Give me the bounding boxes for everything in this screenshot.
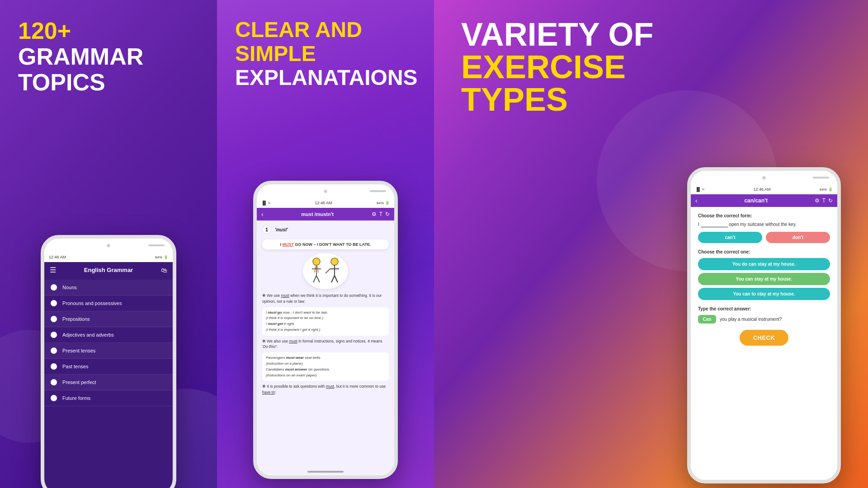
choice-option-b[interactable]: You can stay at my house. — [698, 273, 830, 285]
speech-bubble: I MUST GO NOW – I DON'T WANT TO BE LATE. — [262, 239, 389, 249]
list-dot — [51, 316, 57, 322]
phone1-top — [44, 239, 173, 252]
section-number-badge: 1 — [262, 225, 271, 234]
refresh-icon[interactable]: ↻ — [385, 211, 390, 217]
exercise-text-icon[interactable]: T — [822, 197, 826, 204]
grammar-text-2: ❋ We also use must in formal instruction… — [262, 338, 389, 350]
list-dot — [51, 347, 57, 354]
list-item[interactable]: Adjectives and adverbs — [44, 327, 173, 343]
exercise-section1-label: Choose the correct form: — [698, 213, 830, 218]
exercise-type-row: Can you play a musical instrument? — [698, 315, 830, 324]
back-arrow-icon[interactable]: ‹ — [261, 211, 264, 218]
grammar-examples-2: Passengers must wear seat belts. (instru… — [262, 352, 389, 381]
grammar-explanation-screen: ‹ must /mustn't ⚙ T ↻ 1 'must' — [257, 208, 394, 479]
must-text: MUST — [283, 242, 294, 247]
battery-icon-3: 🔋 — [828, 188, 833, 192]
menu-item-label: Present perfect — [62, 380, 96, 385]
battery-icon: 🔋 — [164, 255, 168, 259]
svg-point-7 — [331, 258, 338, 265]
panel-grammar-topics: 120+ GRAMMARTOPICS 12:46 AM 84% 🔋 ☰ Engl… — [0, 0, 217, 488]
phone1-status-right: 84% 🔋 — [155, 255, 168, 259]
hamburger-icon: ☰ — [50, 266, 56, 274]
phone3-time: 12:46 AM — [754, 187, 771, 192]
choice-option-c[interactable]: You can to stay at my house. — [698, 288, 830, 300]
app-header-1: ☰ English Grammar 🛍 — [44, 262, 173, 278]
exercise-nav-bar: ‹ can/can't ⚙ T ↻ — [691, 194, 837, 207]
phone-frame-3: ▐▌ ≈ 12:46 AM 84% 🔋 ‹ can/can't ⚙ T ↻ — [687, 167, 841, 483]
exercise-section3-label: Type the correct answer: — [698, 306, 830, 311]
panel2-heading-white: EXPLANATAIONS — [235, 66, 418, 89]
panel-exercise-types: VARIETY OF EXERCISE TYPES ▐▌ ≈ 12:46 AM … — [434, 0, 868, 488]
phone1-battery: 84% — [155, 255, 162, 259]
phone2-time: 12:46 AM — [315, 201, 332, 205]
panel-explanations: CLEAR AND SIMPLE EXPLANATAIONS ▐▌ ≈ 12:4… — [217, 0, 434, 488]
phone-mock-3: ▐▌ ≈ 12:46 AM 84% 🔋 ‹ can/can't ⚙ T ↻ — [687, 167, 841, 483]
panel1-accent-number: 120+ — [18, 18, 71, 44]
list-item[interactable]: Pronouns and possessives — [44, 296, 173, 311]
exercise-section2-label: Choose the correct one: — [698, 249, 830, 254]
exercise-body: Choose the correct form: I open my suitc… — [691, 207, 837, 352]
panel3-title-block: VARIETY OF EXERCISE TYPES — [461, 18, 850, 116]
grammar-nav-icons: ⚙ T ↻ — [372, 211, 390, 217]
phone2-top — [257, 184, 394, 198]
phone2-home-bar — [307, 471, 344, 473]
grammar-body: 1 'must' I MUST GO NOW – I DON'T WANT TO… — [257, 221, 394, 479]
svg-point-0 — [313, 258, 320, 265]
phone1-status-bar: 12:46 AM 84% 🔋 — [44, 252, 173, 262]
panel2-title-block: CLEAR AND SIMPLE EXPLANATAIONS — [235, 18, 416, 89]
panel3-heading-yellow1: EXERCISE — [461, 49, 626, 85]
list-item[interactable]: Past tenses — [44, 359, 173, 375]
check-button[interactable]: CHECK — [740, 330, 789, 346]
illustration-area — [262, 253, 389, 289]
list-dot — [51, 332, 57, 338]
illustration-circle — [303, 253, 348, 289]
text-icon[interactable]: T — [379, 211, 382, 217]
app-title-1: English Grammar — [84, 267, 133, 273]
exercise-back-icon[interactable]: ‹ — [695, 197, 698, 204]
characters-illustration — [305, 255, 346, 287]
exercise-nav-icons: ⚙ T ↻ — [815, 197, 833, 204]
phone3-status-right: 84% 🔋 — [820, 188, 833, 192]
phone2-battery: 84% — [377, 201, 384, 205]
phone3-top — [691, 171, 837, 184]
exercise-refresh-icon[interactable]: ↻ — [828, 197, 833, 204]
svg-line-4 — [316, 276, 320, 282]
exercise-settings-icon[interactable]: ⚙ — [815, 197, 820, 204]
phone1-speaker — [148, 244, 165, 246]
battery-icon-2: 🔋 — [385, 201, 390, 205]
phone1-time: 12:46 AM — [49, 255, 66, 259]
phone3-status-bar: ▐▌ ≈ 12:46 AM 84% 🔋 — [691, 184, 837, 194]
exercise-section1-sentence: I open my suitcase without the key. — [698, 222, 830, 227]
phone-mock-2: ▐▌ ≈ 12:46 AM 84% 🔋 ‹ must /mustn't ⚙ T … — [253, 181, 398, 479]
choice-cant[interactable]: can't — [698, 232, 762, 243]
app-screen-1: ☰ English Grammar 🛍 Nouns Pronouns and p… — [44, 262, 173, 488]
panel3-heading: VARIETY OF EXERCISE TYPES — [461, 18, 850, 116]
typed-answer-display: Can — [698, 315, 716, 324]
settings-icon[interactable]: ⚙ — [372, 211, 377, 217]
choice-option-a[interactable]: You do can stay at my house. — [698, 258, 830, 270]
list-dot — [51, 395, 57, 401]
phone2-status-right: 84% 🔋 — [377, 201, 390, 205]
grammar-examples-1: I must go now - I don't want to be late.… — [262, 307, 389, 336]
list-item[interactable]: Future forms — [44, 390, 173, 406]
exercise-screen: ‹ can/can't ⚙ T ↻ Choose the correct for… — [691, 194, 837, 483]
grammar-nav-title: must /mustn't — [301, 211, 334, 217]
choice-dont[interactable]: don't — [766, 232, 830, 243]
phone3-battery: 84% — [820, 188, 827, 192]
phone3-signal: ▐▌ ≈ — [695, 187, 704, 192]
list-item[interactable]: Nouns — [44, 280, 173, 296]
list-item[interactable]: Present perfect — [44, 375, 173, 390]
exercise-choices-col-2: You do can stay at my house. You can sta… — [698, 258, 830, 300]
svg-line-12 — [326, 269, 330, 273]
list-item[interactable]: Prepositions — [44, 311, 173, 327]
svg-line-3 — [313, 276, 316, 282]
menu-item-label: Prepositions — [62, 316, 90, 322]
panel3-heading-yellow2: TYPES — [461, 81, 568, 117]
menu-item-label: Adjectives and adverbs — [62, 332, 114, 338]
phone3-speaker — [813, 177, 829, 178]
exercise-nav-title: can/can't — [744, 197, 768, 204]
list-item[interactable]: Present tenses — [44, 343, 173, 359]
svg-line-10 — [331, 276, 335, 282]
menu-item-label: Present tenses — [62, 348, 95, 353]
shopping-bag-icon: 🛍 — [161, 267, 167, 274]
